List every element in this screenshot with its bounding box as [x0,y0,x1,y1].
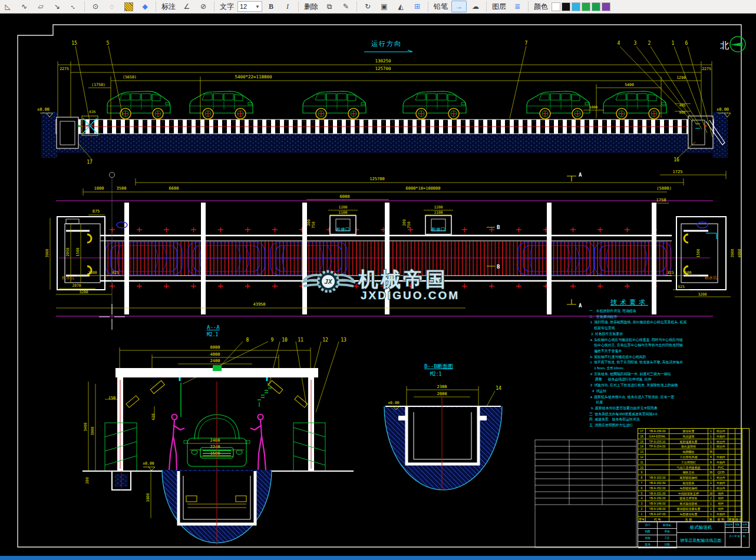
layer-list-icon[interactable]: ≣ [510,1,525,12]
cell-qty: 1 [708,506,714,512]
cell-weight [728,496,735,501]
italic-button[interactable]: I [280,1,295,12]
rotate-icon[interactable]: ↻ [360,1,375,12]
svg-text:3900: 3900 [730,248,734,257]
color-swatch-green2[interactable] [592,2,600,11]
cell-seq: 5 [638,491,646,496]
cell-weight [728,475,735,481]
svg-text:3200: 3200 [79,290,88,294]
cell-weight [728,455,735,460]
polygon-tool-icon[interactable]: ▱ [33,1,48,12]
cell-material: 外购件 [714,455,728,460]
cell-name: 驱动链轮张紧装置 [669,506,708,512]
cell-note [735,465,742,470]
array-icon[interactable]: ⊞ [410,1,425,12]
svg-text:485: 485 [679,103,686,107]
tech-requirements-title: 技术要求 [610,298,718,307]
export-view-icon[interactable]: → [451,1,467,12]
svg-text:10: 10 [282,337,288,343]
svg-text:5400*22=118800: 5400*22=118800 [235,74,272,79]
cell-note [735,491,742,496]
paste-icon[interactable]: ⧉ [322,1,337,12]
cell-qty: 2 [708,496,714,501]
svg-text:2240: 2240 [210,445,220,449]
table-row: 16 GA4-62DWL 电动滚筒 1 外购件 [638,434,749,439]
color-swatch-purple[interactable] [602,2,610,11]
dashed-circle-tool-icon[interactable]: ◌ [104,1,120,12]
svg-text:±0.00: ±0.00 [143,461,154,466]
section-aa-callouts: 8 9 10 11 12 13 [246,337,346,343]
title-block-cell: 日期 [658,542,677,548]
format-brush-icon[interactable]: ✎ [338,1,354,12]
linear-dimension-icon[interactable]: ∠ [179,1,194,12]
cell-note [735,501,742,506]
cell-note [735,470,742,475]
color-swatch-black[interactable] [562,2,570,11]
cell-seq: 1 [638,512,646,517]
title-block-cell: 批准 [638,542,658,548]
delete-group-label: 删除 [302,2,321,12]
cell-code: YB-9-150.00 [646,496,669,501]
svg-text:3000: 3000 [90,426,94,435]
spline-tool-icon[interactable]: ∿ [16,1,32,12]
cell-qty: 2 [708,481,714,486]
svg-text:1750: 1750 [656,198,666,203]
cell-seq: 17 [638,429,646,434]
cell-qty: 1 [708,512,714,517]
svg-text:3: 3 [634,41,637,46]
svg-text:17: 17 [87,160,93,165]
bold-button[interactable]: B [263,1,279,12]
cell-weight [728,434,735,439]
svg-text:3900: 3900 [45,248,49,257]
svg-text:925: 925 [678,284,685,289]
tech-requirement-line: a 头轮轴中心线应与输送机中心线垂直, 同时与中心线应与链 [589,337,718,343]
cell-name: 头部链轮轴组 [669,486,708,491]
paint-bucket-icon[interactable]: ◆ [137,1,153,12]
table-row: 14 TP-9-154.00 改向滚筒组 1 组合件 [638,444,749,449]
color-swatch-green[interactable] [582,2,590,11]
section-aa: A--A M2.1 8000 4000 2400 150 2400 2240 1… [82,324,354,545]
svg-text:1100: 1100 [434,210,443,214]
cell-note [735,449,742,455]
cell-weight [728,491,735,496]
svg-text:(5650): (5650) [123,75,136,79]
circle-center-tool-icon[interactable]: ⊙ [88,1,103,12]
van-5 [527,91,590,119]
stage-label: 阶段标记 [725,522,734,528]
svg-text:14: 14 [496,386,501,391]
copy-icon[interactable]: ▣ [377,1,392,12]
cell-material: 组合件 [714,475,728,481]
cell-code: YB-9-156.00 [646,429,669,434]
color-swatch-cyan[interactable] [572,2,580,11]
tech-requirement-line: a 观察机头链条绕出点, 链条在进入下轨道前, 应有一定 [589,395,718,400]
table-row: 17 YB-9-156.00 驱动装置 1 组合件 [638,429,749,434]
tech-requirement-line: 轮中心线对正, 安装位置中心轴与主导轨与全封闭轨道同轴 [589,343,718,349]
north-label: 北 [720,40,729,51]
font-size-dropdown[interactable]: 12 ▼ [237,1,262,12]
table-row: 9 钢轨支柱 36 Q235 [638,470,749,475]
table-row: 7 YB-9-152.50 输送链条 2 外购件 [638,481,749,486]
mirror-icon[interactable]: ◭ [393,1,408,12]
cell-code: YB-9-147.00 [646,512,669,517]
table-row: 8 YB-9-153.00 尾部链轮轴组 1 组合件 [638,475,749,481]
cell-qty: 1 [708,444,714,449]
color-swatch-white[interactable] [552,2,560,11]
watermark: JX 机械帝国 JXDIGUO.COM [302,268,460,301]
lasso-icon[interactable]: ☁ [468,1,483,12]
cell-qty: 18 [708,491,714,496]
cell-name: 气动工具管路系统 [669,465,708,470]
svg-text:16: 16 [674,157,679,163]
tech-requirement-line: 1.5mm, 全长10mm [589,366,718,372]
shape-tool-icon[interactable]: ◺ [0,1,15,12]
hatch-fill-icon[interactable] [121,1,136,12]
radius-dimension-icon[interactable]: ⊘ [196,1,211,12]
cell-seq: 12 [638,455,646,460]
svg-text:9: 9 [271,337,274,343]
line-arrow-tool-icon[interactable]: ↘ [49,1,65,12]
cell-material: 外购件 [714,512,728,517]
cell-code: YB-9-148.00 [646,506,669,512]
van-2 [190,91,253,119]
tech-requirement-line: c 地平面下轨道, 轨子采用焊接, 轨道接头平整, 高低误差每米 [589,360,718,366]
cell-seq: 3 [638,501,646,506]
inspection-hatch-1: 检修口 [330,216,356,234]
